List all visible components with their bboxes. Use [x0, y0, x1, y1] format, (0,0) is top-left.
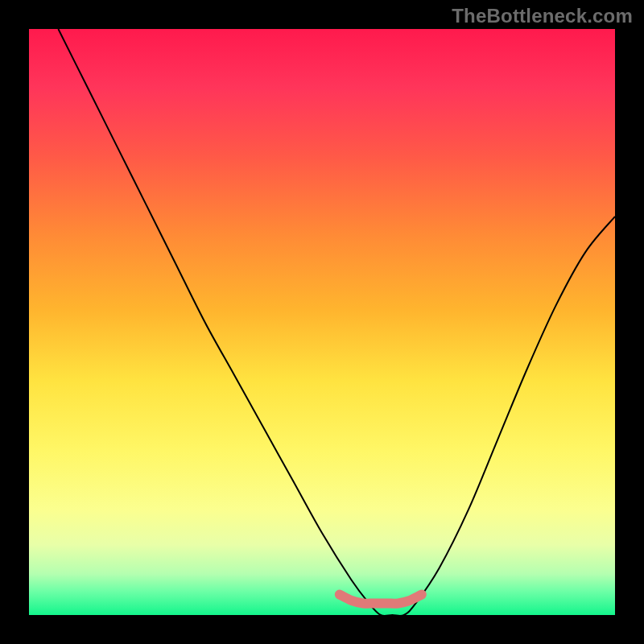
floor-highlight [340, 595, 422, 604]
chart-frame: TheBottleneck.com [0, 0, 644, 644]
watermark-label: TheBottleneck.com [452, 5, 633, 27]
curve-svg [29, 29, 615, 615]
plot-area [29, 29, 615, 615]
black-curve [58, 29, 615, 615]
